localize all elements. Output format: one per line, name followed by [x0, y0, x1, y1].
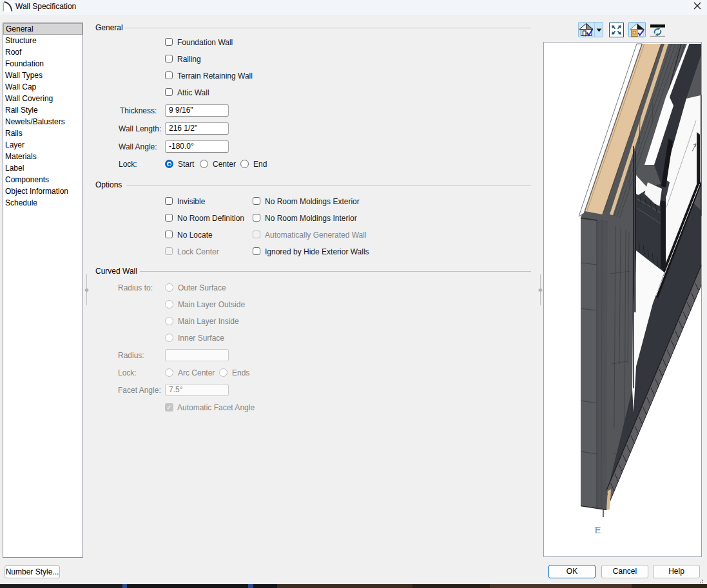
svg-text:E: E	[595, 525, 601, 535]
